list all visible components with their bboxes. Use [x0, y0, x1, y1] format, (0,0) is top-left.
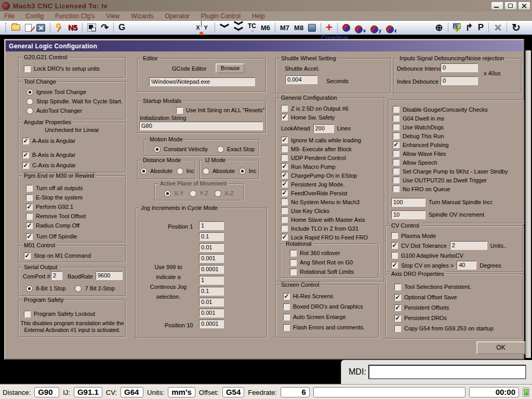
checkbox[interactable] — [393, 159, 400, 166]
ref-x-icon[interactable]: x — [355, 22, 366, 33]
radio-button[interactable] — [26, 285, 33, 292]
multi-step-icon[interactable] — [234, 22, 243, 33]
checkbox-program-safety-lockout[interactable]: Program Safety Lockout — [24, 309, 124, 318]
checkbox-auto-screen-enlarge[interactable]: Auto Screen Enlarge — [283, 312, 377, 322]
checkbox[interactable]: ✓ — [281, 114, 288, 121]
checkbox[interactable] — [393, 177, 400, 183]
checkbox-turn-off-all-outputs[interactable]: Turn off all outputs — [26, 183, 124, 193]
checkbox-flash-errors-and-comments[interactable]: Flash Errors and comments. — [283, 322, 377, 332]
radio-button[interactable] — [140, 168, 147, 175]
minimize-button[interactable] — [491, 2, 503, 10]
menu-item[interactable]: PlugIn Control — [201, 12, 241, 20]
n5-icon[interactable]: N5 — [68, 22, 77, 33]
checkbox[interactable] — [394, 325, 401, 332]
radio-button[interactable] — [26, 108, 33, 114]
checkbox-rotational-soft-limits[interactable]: Rotational Soft Limits — [290, 267, 377, 276]
checkbox[interactable]: ✓ — [394, 315, 401, 322]
checkbox[interactable] — [393, 168, 400, 175]
checkbox-use-watchdogs[interactable]: Use WatchDogs — [393, 123, 522, 131]
checkbox[interactable] — [393, 150, 400, 157]
checkbox-include-tlo-in-z-from-g31[interactable]: Include TLO in Z from G31 — [281, 224, 383, 233]
checkbox[interactable]: ✓ — [22, 138, 29, 144]
checkbox[interactable] — [24, 311, 31, 317]
checkbox-rot-360-rollover[interactable]: Rot 360 rollover — [290, 248, 377, 258]
spindle-ov-input[interactable]: 10 — [391, 210, 425, 219]
checkbox-run-macro-pump[interactable]: ✓Run Macro Pump — [281, 162, 383, 171]
checkbox-c-axis-is-angular[interactable]: ✓C-Axis is Angular — [22, 161, 124, 170]
checkbox[interactable]: ✓ — [281, 172, 288, 179]
radio-inc[interactable]: Inc — [239, 167, 257, 175]
checkbox-no-fro-on-queue[interactable]: No FRO on Queue — [393, 184, 522, 193]
checkbox[interactable]: ✓ — [391, 242, 398, 249]
checkbox-no-system-menu-in-mach3[interactable]: No System Menu in Mach3 — [281, 197, 383, 206]
comport-input[interactable]: 2 — [51, 271, 62, 280]
jog-increment-input[interactable]: 0.01 — [199, 298, 224, 307]
goto-zero-icon[interactable]: + — [326, 22, 332, 33]
checkbox[interactable] — [26, 185, 33, 192]
checkbox[interactable]: ✓ — [26, 204, 33, 210]
checkbox-ignore-m-calls-while-loading[interactable]: ✓Ignore M calls while loading — [281, 136, 383, 144]
checkbox[interactable] — [393, 115, 400, 122]
checkbox[interactable]: ✓ — [22, 162, 29, 169]
browse-button[interactable]: Browse — [216, 63, 245, 73]
checkbox[interactable]: ✓ — [281, 163, 288, 170]
checkbox-boxed-dro-s-and-graphics[interactable]: Boxed DRO's and Graphics — [283, 301, 377, 312]
menu-item[interactable]: File — [4, 12, 14, 20]
radio-inc[interactable]: Inc — [177, 167, 194, 175]
menu-item[interactable]: Operator — [165, 12, 190, 20]
radio-button[interactable] — [217, 146, 224, 153]
display-mode-icon[interactable] — [87, 22, 96, 33]
spindle-icon[interactable] — [308, 22, 316, 33]
radio-button[interactable] — [26, 89, 33, 96]
checkbox[interactable]: ✓ — [22, 152, 29, 158]
checkbox-z-is-2-5d-on-output-6[interactable]: Z is 2.5D on Output #6 — [281, 104, 383, 113]
checkbox[interactable] — [393, 124, 400, 130]
radio-exact-stop[interactable]: Exact Stop — [217, 145, 255, 153]
checkbox[interactable] — [393, 106, 400, 113]
radio-button[interactable] — [215, 190, 221, 197]
checkbox[interactable] — [26, 194, 33, 201]
checkbox-debug-this-run[interactable]: Debug This Run — [393, 131, 522, 140]
radio-constant-velocity[interactable]: Constant Velocity — [154, 145, 208, 153]
jog-increment-input[interactable]: 0.001 — [199, 309, 224, 317]
checkbox-e-stop-the-system[interactable]: E-Stop the system — [26, 193, 124, 202]
checkbox-stop-cv-on-angles[interactable]: ✓Stop CV on angles >40Degrees — [391, 260, 522, 270]
restore-button[interactable] — [504, 2, 517, 10]
radio-autotool-changer[interactable]: AutoTool Changer — [26, 106, 124, 115]
radio-ignore-tool-change[interactable]: Ignore Tool Change — [26, 87, 124, 97]
radio-x-z[interactable]: X-Z — [215, 189, 234, 197]
checkbox[interactable]: ✓ — [283, 293, 290, 300]
checkbox-disable-gouge-concavity-checks[interactable]: Disable Gouge/Concavity Checks — [393, 105, 522, 114]
checkbox[interactable] — [24, 65, 31, 72]
radio-y-z[interactable]: Y-Z — [190, 189, 208, 197]
checkbox-optional-offset-save[interactable]: ✓Optional Offset Save — [394, 292, 522, 302]
lookahead-input[interactable]: 200 — [313, 124, 334, 133]
tools-icon[interactable] — [494, 22, 502, 33]
checkbox[interactable] — [394, 284, 401, 290]
radio-8-bit-1-stop[interactable]: 8-Bit 1 Stop — [26, 284, 65, 292]
m7-button[interactable]: M7 — [280, 22, 289, 33]
checkbox[interactable]: ✓ — [391, 262, 398, 269]
jog-increment-input[interactable]: 0.01 — [199, 243, 224, 252]
radio-x-y[interactable]: X-Y — [164, 189, 183, 197]
checkbox[interactable]: ✓ — [281, 234, 288, 241]
checkbox-g100-adaptive-nurbscv[interactable]: G100 Adaptive NurbsCV — [391, 250, 522, 260]
jog-increment-input[interactable]: 0.0001 — [199, 320, 224, 328]
jog-increment-input[interactable]: 0.1 — [199, 287, 224, 296]
checkbox[interactable]: ✓ — [281, 181, 288, 188]
checkbox-use-key-clicks[interactable]: Use Key Clicks — [281, 206, 383, 215]
checkbox-stop-on-m1-command[interactable]: ✓Stop on M1 Command — [24, 251, 124, 260]
checkbox[interactable] — [281, 207, 288, 214]
checkbox-allow-wave-files[interactable]: Allow Wave Files — [393, 149, 522, 158]
checkbox-hi-res-screens[interactable]: ✓Hi-Res Screens — [283, 291, 377, 301]
checkbox-copy-g54-from-g59-253-on-startup[interactable]: Copy G54 from G59.253 on startup — [394, 323, 522, 334]
radio-button[interactable] — [177, 168, 183, 175]
gcode-icon[interactable]: G — [118, 22, 125, 33]
checkbox-cv-dist-tolerance[interactable]: ✓CV Dist Tolerance2Units.. — [391, 241, 522, 250]
checkbox-use-init-string-on-all-resets[interactable]: Use Init String on ALL "Resets" — [176, 105, 264, 115]
xy-plumb-icon[interactable]: XY — [196, 22, 210, 33]
checkbox-tool-selections-persistent[interactable]: Tool Selections Persistent. — [394, 282, 522, 292]
menu-item[interactable]: View — [106, 12, 119, 20]
checkbox-home-slave-with-master-axis[interactable]: Home Slave with Master Axis — [281, 215, 383, 224]
checkbox[interactable] — [176, 107, 183, 114]
